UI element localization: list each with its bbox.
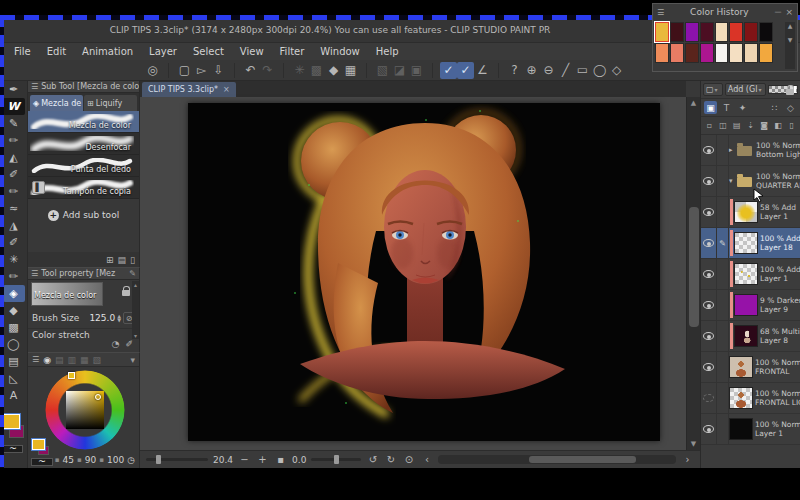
snap-to-ruler-icon[interactable]: ✓ — [440, 62, 457, 79]
tool-brush-current[interactable]: W — [3, 98, 25, 115]
transparent-color-chip[interactable]: 〜 — [31, 458, 53, 466]
visibility-cell[interactable] — [701, 259, 717, 289]
history-swatch[interactable] — [670, 22, 684, 42]
layer-row[interactable]: 100 % NormalLayer 1 — [701, 414, 800, 445]
layer-mask[interactable]: ◧ — [773, 119, 784, 132]
panel-expand-icon[interactable]: ▾ — [130, 355, 135, 365]
history-swatch[interactable] — [655, 22, 669, 42]
tool-watercolor[interactable]: ≈ — [3, 200, 25, 217]
history-swatch[interactable] — [700, 43, 714, 63]
menu-filter[interactable]: Filter — [272, 46, 313, 57]
menu-select[interactable]: Select — [185, 46, 232, 57]
brush-size-row[interactable]: Brush Size 125.0 ▲▼ ⊘ — [28, 308, 139, 328]
tool-eyedropper[interactable]: ✒ — [3, 81, 25, 98]
layer-row[interactable]: 58 % AddLayer 1 — [701, 197, 800, 228]
undo-icon[interactable]: ↶ — [242, 62, 259, 79]
subtool-item[interactable]: Desenfocar — [28, 133, 139, 155]
history-swatch[interactable] — [729, 43, 743, 63]
layer-thumbnail[interactable] — [734, 325, 758, 347]
layer-row[interactable]: 100 % NormalFRONTAL — [701, 352, 800, 383]
visibility-cell[interactable] — [701, 321, 717, 351]
tool-ruler[interactable]: ◺ — [3, 370, 25, 387]
spinner-icon[interactable]: ▲▼ — [117, 314, 121, 322]
layer-row[interactable]: 100 % AddLayer 1 — [701, 259, 800, 290]
tool-figure[interactable]: ◯ — [3, 336, 25, 353]
history-swatch[interactable] — [744, 22, 758, 42]
menu-help[interactable]: Help — [368, 46, 407, 57]
sv-marker[interactable] — [95, 394, 101, 400]
delete-layer[interactable]: ▯ — [786, 119, 797, 132]
brush-preview[interactable]: Mezcla de color — [31, 282, 103, 306]
zoom-out-icon[interactable]: ⊖ — [540, 62, 557, 79]
text-icon[interactable]: T — [720, 101, 733, 114]
blend-mode-dropdown[interactable]: Add (Gl▾ — [725, 83, 767, 96]
eye-icon[interactable] — [703, 332, 714, 340]
menu-animation[interactable]: Animation — [74, 46, 141, 57]
snap-to-grid-icon[interactable]: ∠ — [474, 62, 491, 79]
snap-to-special-ruler-icon[interactable]: ✓ — [457, 62, 474, 79]
layer-thumbnail[interactable] — [734, 201, 758, 223]
history-swatch[interactable] — [759, 43, 773, 63]
visibility-cell[interactable] — [701, 166, 717, 196]
panel-menu-icon[interactable]: ☰ — [31, 269, 38, 278]
tool-airbrush[interactable]: ◭ — [3, 149, 25, 166]
tool-fill-bucket[interactable]: ◆ — [3, 302, 25, 319]
scrollbar-thumb[interactable] — [529, 456, 636, 463]
eye-icon[interactable] — [703, 146, 714, 154]
tool-text[interactable]: A — [3, 387, 25, 404]
visibility-cell[interactable] — [701, 290, 717, 320]
history-swatch[interactable] — [715, 43, 729, 63]
document-tab[interactable]: CLIP TIPS 3.3clip* × — [142, 82, 236, 97]
scroll-up-icon[interactable]: ▲ — [687, 97, 700, 109]
history-swatch[interactable] — [685, 43, 699, 63]
layer-thumbnail[interactable] — [729, 387, 753, 409]
panel-menu-icon[interactable]: ☰ — [657, 8, 664, 17]
new-vector-layer[interactable]: ◫ — [718, 119, 729, 132]
wrench-icon[interactable]: ✐ — [125, 339, 133, 352]
zoom-in-button[interactable]: + — [256, 453, 269, 466]
color-panel-tab-3[interactable]: ▦ — [80, 355, 89, 365]
scroll-left-icon[interactable]: ‹ — [420, 453, 433, 466]
menu-layer[interactable]: Layer — [141, 46, 185, 57]
history-swatch[interactable] — [655, 43, 669, 63]
tool-calligraphy[interactable]: ✏ — [3, 183, 25, 200]
horizontal-scrollbar[interactable] — [438, 455, 676, 464]
history-swatch[interactable] — [685, 22, 699, 42]
fill-icon[interactable]: ◆ — [325, 62, 342, 79]
layer-row[interactable]: 68 % MultiplyLayer 8 — [701, 321, 800, 352]
scroll-right-icon[interactable]: › — [681, 453, 694, 466]
reference-layer-icon[interactable]: ◇ — [784, 101, 797, 114]
tool-oil-paint[interactable]: ◮ — [3, 217, 25, 234]
color-history-scrollbar[interactable]: ▲▼ — [785, 22, 795, 69]
layer-row[interactable]: 100 % NormalFRONTAL LIGH — [701, 383, 800, 414]
close-icon[interactable]: × — [785, 7, 793, 17]
create-sub-tool-icon[interactable]: ⊞ — [106, 255, 114, 265]
straight-line-icon[interactable]: ╱ — [557, 62, 574, 79]
merge-with-lower[interactable]: ◙ — [759, 119, 770, 132]
thumbnail-settings[interactable]: ▣ — [704, 101, 717, 114]
tool-frame-border[interactable]: ▤ — [3, 353, 25, 370]
saturation-value-box[interactable] — [66, 391, 104, 429]
history-swatch[interactable] — [744, 43, 758, 63]
menu-window[interactable]: Window — [312, 46, 367, 57]
eye-icon[interactable] — [703, 208, 714, 216]
panel-menu-icon[interactable]: ☰ — [31, 82, 38, 91]
tool-pen[interactable]: ✎ — [3, 115, 25, 132]
tool-crayon[interactable]: ✏ — [3, 268, 25, 285]
hue-marker[interactable] — [68, 372, 75, 379]
menu-edit[interactable]: Edit — [39, 46, 74, 57]
visibility-cell[interactable] — [701, 414, 717, 444]
layer-thumbnail[interactable] — [729, 418, 753, 440]
brush-size-value[interactable]: 125.0 — [89, 313, 115, 323]
reset-settings-icon[interactable]: ◔ — [112, 339, 120, 352]
crop-frame-icon[interactable]: ▦ — [342, 62, 359, 79]
polygon-icon[interactable]: ◇ — [608, 62, 625, 79]
save-file-icon[interactable]: ⇩ — [210, 62, 227, 79]
layer-row[interactable]: ▸100 % NormalBottom Light — [701, 135, 800, 166]
main-foreground-swatch[interactable] — [3, 414, 20, 429]
eye-icon[interactable] — [703, 363, 714, 371]
subtool-item[interactable]: Punta del dedo — [28, 155, 139, 177]
lock-transparent-icon[interactable]: ∷ — [768, 101, 781, 114]
rotate-left-button[interactable]: ↺ — [366, 453, 379, 466]
visibility-cell[interactable] — [701, 352, 717, 382]
